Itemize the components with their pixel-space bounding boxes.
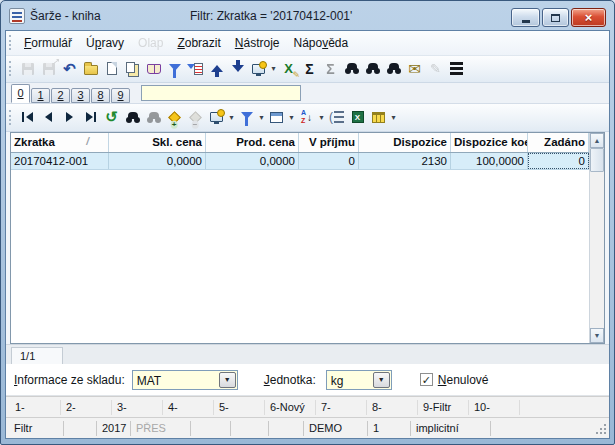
unit-dropdown-button[interactable]: ▼ [373,372,390,388]
unit-select[interactable]: kg ▼ [326,370,392,390]
fkey-9-filtr[interactable]: 9-Filtr [418,400,469,415]
tab-2[interactable]: 2 [51,88,70,103]
menu-item-zobrazit[interactable]: Zobrazit [170,33,227,53]
find-previous-icon[interactable] [383,59,404,79]
columns-dropdown-caret-icon[interactable]: ▾ [389,113,398,122]
undo-icon[interactable]: ↶ [59,59,80,79]
refresh-icon[interactable]: ↺ [101,107,122,127]
tab-9[interactable]: 9 [111,88,130,103]
list-icon[interactable]: ( [326,107,347,127]
sort-dropdown-caret-icon[interactable]: ▾ [317,113,326,122]
menu-item-upravy[interactable]: Úpravy [79,33,131,53]
view-icon[interactable] [248,59,269,79]
fkey-1[interactable]: 1- [10,400,61,415]
menu-list-icon[interactable] [446,59,467,79]
fkey-2[interactable]: 2- [61,400,112,415]
filter-dropdown-caret-icon[interactable]: ▾ [257,113,266,122]
view-dropdown-caret-icon[interactable]: ▾ [269,64,278,73]
new-icon[interactable] [101,59,122,79]
toolbar-grip[interactable] [9,110,12,125]
filter-icon[interactable] [164,59,185,79]
mail-icon[interactable]: ✉ [404,59,425,79]
vertical-scrollbar[interactable]: ▲ ▼ [589,133,604,344]
fkey-4[interactable]: 4- [163,400,214,415]
excel-export-icon[interactable] [347,107,368,127]
find-icon[interactable] [122,107,143,127]
open-icon[interactable] [80,59,101,79]
status-profile: implicitní [411,421,491,436]
maximize-button[interactable] [542,8,569,27]
menu-item-nastroje[interactable]: Nástroje [228,33,287,53]
previous-record-icon[interactable] [38,107,59,127]
sum-selection-icon: Σ [320,59,341,79]
tab-3[interactable]: 3 [71,88,90,103]
titlebar[interactable]: Šarže - kniha Filtr: Zkratka = '20170412… [5,1,610,30]
cell-zkratka[interactable]: 20170412-001 [11,153,109,169]
tab-0[interactable]: 0 [11,84,30,103]
fkey-5[interactable]: 5- [214,400,265,415]
grid-empty-area [11,170,589,344]
toolbar-grip[interactable] [9,61,12,76]
form-icon[interactable] [266,107,287,127]
table-row[interactable]: 20170412-001 0,0000 0,0000 0 2130 100,00… [11,153,589,170]
nonzero-checkbox[interactable]: ✓ [420,373,433,386]
columns-icon[interactable] [368,107,389,127]
cell-skl-cena[interactable]: 0,0000 [109,153,206,169]
filter-icon[interactable] [236,107,257,127]
minimize-button[interactable] [511,8,540,27]
stock-info-select[interactable]: MAT ▼ [132,370,238,390]
cell-v-prijmu[interactable]: 0 [299,153,359,169]
book-icon[interactable] [143,59,164,79]
cell-dispozice-koef[interactable]: 100,0000 [451,153,528,169]
filter-report-icon[interactable] [185,59,206,79]
cell-zadano[interactable]: 0 [528,153,589,169]
fkey-7[interactable]: 7- [316,400,367,415]
add-record-icon[interactable] [164,107,185,127]
menu-item-formular[interactable]: Formulář [17,33,79,53]
column-header-prod-cena[interactable]: Prod. cena [206,133,299,152]
view-dropdown-caret-icon[interactable]: ▾ [227,113,236,122]
column-header-dispozice[interactable]: Dispozice [359,133,451,152]
scroll-up-icon[interactable]: ▲ [590,133,604,148]
sum-icon[interactable]: Σ [299,59,320,79]
column-header-skl-cena[interactable]: Skl. cena [109,133,206,152]
quick-filter-input[interactable] [141,85,301,101]
move-down-icon[interactable] [227,59,248,79]
check-icon: ✓ [422,375,431,385]
save-as-icon: ↗ [38,59,59,79]
find-next-icon[interactable] [362,59,383,79]
stock-info-dropdown-button[interactable]: ▼ [219,372,236,388]
resize-grip-icon[interactable] [604,432,606,434]
sort-icon[interactable]: ↓ [296,107,317,127]
toolbar-grip[interactable] [9,35,12,50]
find-icon[interactable] [341,59,362,79]
maximize-icon [551,14,560,22]
next-record-icon[interactable] [59,107,80,127]
view-icon[interactable] [206,107,227,127]
column-header-dispozice-koef[interactable]: Dispozice koef. [451,133,528,152]
fkey-8[interactable]: 8- [367,400,418,415]
scroll-thumb[interactable] [590,148,604,172]
move-up-icon[interactable] [206,59,227,79]
fkey-10[interactable]: 10- [469,400,520,415]
fkey-6-novy[interactable]: 6-Nový [265,400,316,415]
excel-edit-icon[interactable]: X✎ [278,59,299,79]
last-record-icon[interactable] [80,107,101,127]
tab-1[interactable]: 1 [31,88,50,103]
column-header-zadano[interactable]: Zadáno [528,133,589,152]
column-header-v-prijmu[interactable]: V příjmu [299,133,359,152]
window-filter-caption: Filtr: Zkratka = '20170412-001' [190,9,352,23]
scroll-down-icon[interactable]: ▼ [590,328,604,343]
first-record-icon[interactable] [17,107,38,127]
cell-dispozice[interactable]: 2130 [359,153,451,169]
form-dropdown-caret-icon[interactable]: ▾ [287,113,296,122]
column-header-zkratka[interactable]: Zkratka/ [11,133,109,152]
fkey-3[interactable]: 3- [112,400,163,415]
close-button[interactable]: × [571,8,606,27]
save-icon [17,59,38,79]
nonzero-label[interactable]: Nenulové [438,373,489,387]
menu-item-napoveda[interactable]: Nápověda [287,33,356,53]
tab-8[interactable]: 8 [91,88,110,103]
cell-prod-cena[interactable]: 0,0000 [206,153,299,169]
copy-icon[interactable] [122,59,143,79]
